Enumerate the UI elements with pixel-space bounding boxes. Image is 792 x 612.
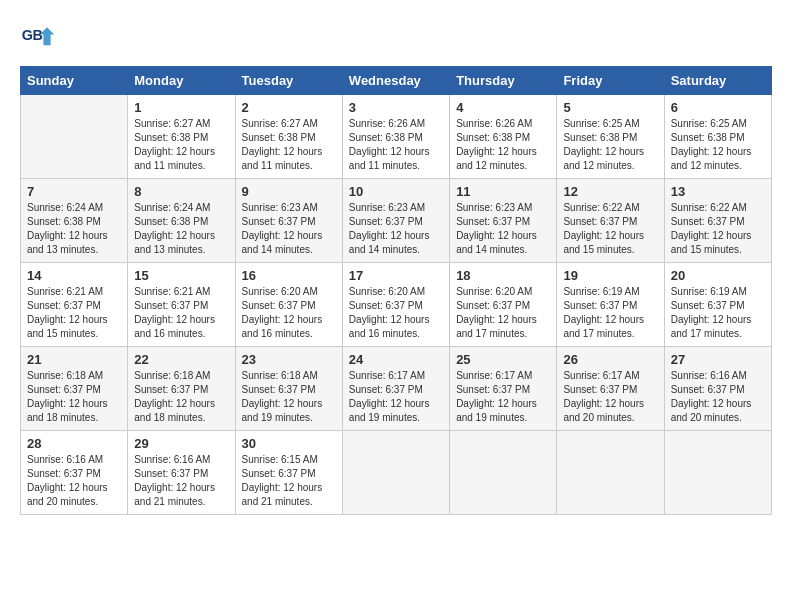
calendar-table: SundayMondayTuesdayWednesdayThursdayFrid… bbox=[20, 66, 772, 515]
day-info: Sunrise: 6:18 AM Sunset: 6:37 PM Dayligh… bbox=[134, 369, 228, 425]
day-header-wednesday: Wednesday bbox=[342, 67, 449, 95]
day-info: Sunrise: 6:19 AM Sunset: 6:37 PM Dayligh… bbox=[671, 285, 765, 341]
calendar-cell: 22Sunrise: 6:18 AM Sunset: 6:37 PM Dayli… bbox=[128, 347, 235, 431]
day-number: 22 bbox=[134, 352, 228, 367]
calendar-cell bbox=[557, 431, 664, 515]
day-number: 17 bbox=[349, 268, 443, 283]
day-number: 20 bbox=[671, 268, 765, 283]
page-header: G B bbox=[20, 20, 772, 56]
day-number: 30 bbox=[242, 436, 336, 451]
day-info: Sunrise: 6:21 AM Sunset: 6:37 PM Dayligh… bbox=[134, 285, 228, 341]
day-header-saturday: Saturday bbox=[664, 67, 771, 95]
calendar-cell: 10Sunrise: 6:23 AM Sunset: 6:37 PM Dayli… bbox=[342, 179, 449, 263]
calendar-cell: 26Sunrise: 6:17 AM Sunset: 6:37 PM Dayli… bbox=[557, 347, 664, 431]
calendar-week-1: 1Sunrise: 6:27 AM Sunset: 6:38 PM Daylig… bbox=[21, 95, 772, 179]
day-info: Sunrise: 6:24 AM Sunset: 6:38 PM Dayligh… bbox=[134, 201, 228, 257]
calendar-cell: 15Sunrise: 6:21 AM Sunset: 6:37 PM Dayli… bbox=[128, 263, 235, 347]
day-info: Sunrise: 6:23 AM Sunset: 6:37 PM Dayligh… bbox=[349, 201, 443, 257]
day-info: Sunrise: 6:27 AM Sunset: 6:38 PM Dayligh… bbox=[242, 117, 336, 173]
day-info: Sunrise: 6:24 AM Sunset: 6:38 PM Dayligh… bbox=[27, 201, 121, 257]
calendar-cell: 5Sunrise: 6:25 AM Sunset: 6:38 PM Daylig… bbox=[557, 95, 664, 179]
day-number: 9 bbox=[242, 184, 336, 199]
day-info: Sunrise: 6:17 AM Sunset: 6:37 PM Dayligh… bbox=[563, 369, 657, 425]
day-info: Sunrise: 6:17 AM Sunset: 6:37 PM Dayligh… bbox=[349, 369, 443, 425]
day-info: Sunrise: 6:22 AM Sunset: 6:37 PM Dayligh… bbox=[671, 201, 765, 257]
calendar-cell: 29Sunrise: 6:16 AM Sunset: 6:37 PM Dayli… bbox=[128, 431, 235, 515]
day-number: 13 bbox=[671, 184, 765, 199]
day-info: Sunrise: 6:23 AM Sunset: 6:37 PM Dayligh… bbox=[456, 201, 550, 257]
calendar-cell: 7Sunrise: 6:24 AM Sunset: 6:38 PM Daylig… bbox=[21, 179, 128, 263]
day-info: Sunrise: 6:20 AM Sunset: 6:37 PM Dayligh… bbox=[242, 285, 336, 341]
day-number: 16 bbox=[242, 268, 336, 283]
day-number: 21 bbox=[27, 352, 121, 367]
day-info: Sunrise: 6:16 AM Sunset: 6:37 PM Dayligh… bbox=[27, 453, 121, 509]
day-info: Sunrise: 6:25 AM Sunset: 6:38 PM Dayligh… bbox=[671, 117, 765, 173]
day-info: Sunrise: 6:15 AM Sunset: 6:37 PM Dayligh… bbox=[242, 453, 336, 509]
calendar-header-row: SundayMondayTuesdayWednesdayThursdayFrid… bbox=[21, 67, 772, 95]
calendar-cell: 13Sunrise: 6:22 AM Sunset: 6:37 PM Dayli… bbox=[664, 179, 771, 263]
day-info: Sunrise: 6:21 AM Sunset: 6:37 PM Dayligh… bbox=[27, 285, 121, 341]
calendar-cell bbox=[21, 95, 128, 179]
calendar-cell: 16Sunrise: 6:20 AM Sunset: 6:37 PM Dayli… bbox=[235, 263, 342, 347]
day-header-sunday: Sunday bbox=[21, 67, 128, 95]
day-number: 7 bbox=[27, 184, 121, 199]
day-number: 6 bbox=[671, 100, 765, 115]
day-number: 14 bbox=[27, 268, 121, 283]
calendar-cell: 1Sunrise: 6:27 AM Sunset: 6:38 PM Daylig… bbox=[128, 95, 235, 179]
calendar-cell: 23Sunrise: 6:18 AM Sunset: 6:37 PM Dayli… bbox=[235, 347, 342, 431]
day-number: 26 bbox=[563, 352, 657, 367]
day-number: 15 bbox=[134, 268, 228, 283]
calendar-cell: 24Sunrise: 6:17 AM Sunset: 6:37 PM Dayli… bbox=[342, 347, 449, 431]
calendar-cell bbox=[342, 431, 449, 515]
logo-icon: G B bbox=[20, 20, 56, 56]
calendar-cell: 4Sunrise: 6:26 AM Sunset: 6:38 PM Daylig… bbox=[450, 95, 557, 179]
day-number: 27 bbox=[671, 352, 765, 367]
calendar-cell: 3Sunrise: 6:26 AM Sunset: 6:38 PM Daylig… bbox=[342, 95, 449, 179]
day-info: Sunrise: 6:27 AM Sunset: 6:38 PM Dayligh… bbox=[134, 117, 228, 173]
day-number: 19 bbox=[563, 268, 657, 283]
day-number: 25 bbox=[456, 352, 550, 367]
calendar-cell: 30Sunrise: 6:15 AM Sunset: 6:37 PM Dayli… bbox=[235, 431, 342, 515]
day-info: Sunrise: 6:20 AM Sunset: 6:37 PM Dayligh… bbox=[349, 285, 443, 341]
day-header-friday: Friday bbox=[557, 67, 664, 95]
calendar-body: 1Sunrise: 6:27 AM Sunset: 6:38 PM Daylig… bbox=[21, 95, 772, 515]
svg-text:G: G bbox=[22, 27, 33, 43]
day-info: Sunrise: 6:22 AM Sunset: 6:37 PM Dayligh… bbox=[563, 201, 657, 257]
day-info: Sunrise: 6:26 AM Sunset: 6:38 PM Dayligh… bbox=[456, 117, 550, 173]
day-number: 5 bbox=[563, 100, 657, 115]
day-number: 11 bbox=[456, 184, 550, 199]
calendar-week-2: 7Sunrise: 6:24 AM Sunset: 6:38 PM Daylig… bbox=[21, 179, 772, 263]
calendar-cell: 25Sunrise: 6:17 AM Sunset: 6:37 PM Dayli… bbox=[450, 347, 557, 431]
svg-text:B: B bbox=[33, 27, 43, 43]
day-info: Sunrise: 6:20 AM Sunset: 6:37 PM Dayligh… bbox=[456, 285, 550, 341]
calendar-cell: 28Sunrise: 6:16 AM Sunset: 6:37 PM Dayli… bbox=[21, 431, 128, 515]
calendar-cell: 18Sunrise: 6:20 AM Sunset: 6:37 PM Dayli… bbox=[450, 263, 557, 347]
day-number: 8 bbox=[134, 184, 228, 199]
day-info: Sunrise: 6:16 AM Sunset: 6:37 PM Dayligh… bbox=[134, 453, 228, 509]
logo: G B bbox=[20, 20, 60, 56]
day-number: 23 bbox=[242, 352, 336, 367]
day-number: 4 bbox=[456, 100, 550, 115]
calendar-cell: 11Sunrise: 6:23 AM Sunset: 6:37 PM Dayli… bbox=[450, 179, 557, 263]
calendar-cell: 2Sunrise: 6:27 AM Sunset: 6:38 PM Daylig… bbox=[235, 95, 342, 179]
day-header-tuesday: Tuesday bbox=[235, 67, 342, 95]
day-number: 18 bbox=[456, 268, 550, 283]
day-number: 10 bbox=[349, 184, 443, 199]
day-number: 2 bbox=[242, 100, 336, 115]
day-number: 1 bbox=[134, 100, 228, 115]
calendar-cell: 17Sunrise: 6:20 AM Sunset: 6:37 PM Dayli… bbox=[342, 263, 449, 347]
day-number: 29 bbox=[134, 436, 228, 451]
calendar-cell: 6Sunrise: 6:25 AM Sunset: 6:38 PM Daylig… bbox=[664, 95, 771, 179]
calendar-cell: 12Sunrise: 6:22 AM Sunset: 6:37 PM Dayli… bbox=[557, 179, 664, 263]
day-info: Sunrise: 6:23 AM Sunset: 6:37 PM Dayligh… bbox=[242, 201, 336, 257]
day-info: Sunrise: 6:26 AM Sunset: 6:38 PM Dayligh… bbox=[349, 117, 443, 173]
day-header-thursday: Thursday bbox=[450, 67, 557, 95]
calendar-cell: 27Sunrise: 6:16 AM Sunset: 6:37 PM Dayli… bbox=[664, 347, 771, 431]
day-info: Sunrise: 6:18 AM Sunset: 6:37 PM Dayligh… bbox=[27, 369, 121, 425]
calendar-cell bbox=[450, 431, 557, 515]
calendar-week-5: 28Sunrise: 6:16 AM Sunset: 6:37 PM Dayli… bbox=[21, 431, 772, 515]
calendar-week-3: 14Sunrise: 6:21 AM Sunset: 6:37 PM Dayli… bbox=[21, 263, 772, 347]
day-info: Sunrise: 6:19 AM Sunset: 6:37 PM Dayligh… bbox=[563, 285, 657, 341]
day-info: Sunrise: 6:17 AM Sunset: 6:37 PM Dayligh… bbox=[456, 369, 550, 425]
calendar-cell: 21Sunrise: 6:18 AM Sunset: 6:37 PM Dayli… bbox=[21, 347, 128, 431]
